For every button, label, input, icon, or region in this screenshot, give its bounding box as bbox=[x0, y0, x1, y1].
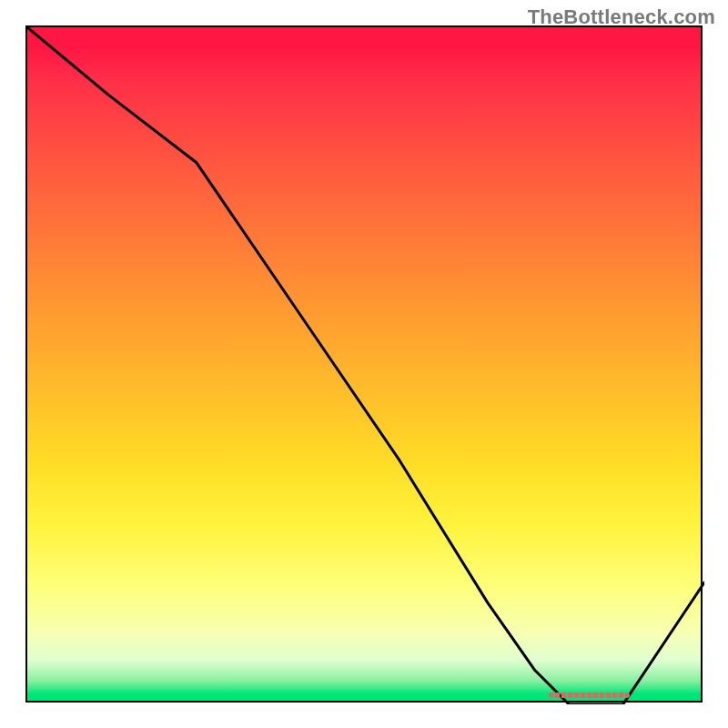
optimal-range-marker bbox=[549, 693, 630, 698]
source-watermark: TheBottleneck.com bbox=[528, 5, 715, 29]
bottleneck-line-chart bbox=[27, 27, 704, 704]
bottleneck-curve-path bbox=[27, 27, 704, 704]
chart-stage: TheBottleneck.com bbox=[0, 0, 728, 728]
chart-plot-area bbox=[25, 25, 703, 703]
